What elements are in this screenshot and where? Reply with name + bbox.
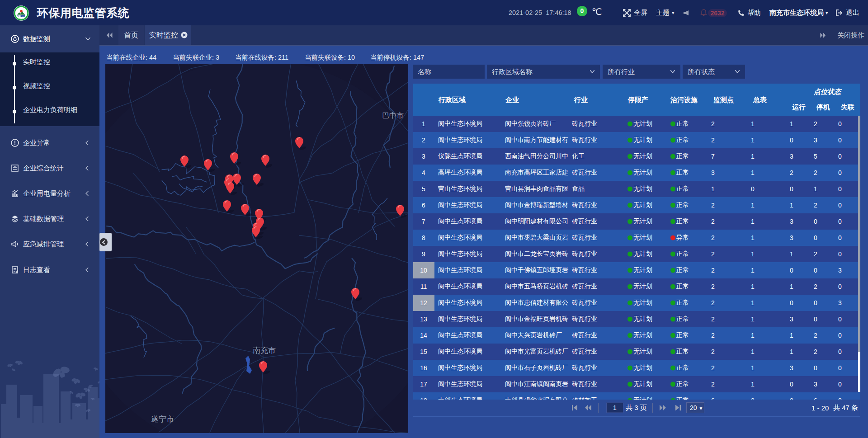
svg-text:巴中市: 巴中市: [382, 112, 404, 119]
svg-text:遂宁市: 遂宁市: [151, 415, 174, 424]
svg-text:南充市: 南充市: [253, 346, 276, 355]
